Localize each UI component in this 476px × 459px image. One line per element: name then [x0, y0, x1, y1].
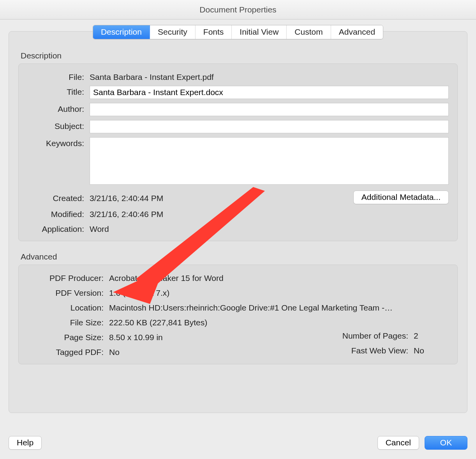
tab-custom[interactable]: Custom [287, 25, 331, 39]
tab-bar: Description Security Fonts Initial View … [93, 25, 383, 39]
value-file-size: 222.50 KB (227,841 Bytes) [109, 316, 449, 327]
window-title: Document Properties [0, 0, 476, 19]
label-page-size: Page Size: [27, 331, 109, 342]
label-num-pages: Number of Pages: [312, 331, 414, 342]
label-subject: Subject: [27, 120, 90, 131]
label-keywords: Keywords: [27, 137, 90, 148]
group-advanced: PDF Producer: Acrobat PDFMaker 15 for Wo… [18, 265, 458, 364]
value-location: Macintosh HD:Users:rheinrich:Google Driv… [109, 302, 449, 312]
panel: Description File: Santa Barbara - Instan… [9, 31, 467, 413]
value-fast-web: No [414, 346, 449, 357]
input-keywords[interactable] [90, 137, 449, 185]
cancel-button[interactable]: Cancel [377, 436, 419, 450]
label-pdf-version: PDF Version: [27, 287, 109, 298]
value-created: 3/21/16, 2:40:44 PM [90, 192, 353, 203]
value-tagged-pdf: No [109, 346, 312, 357]
value-file: Santa Barbara - Instant Expert.pdf [90, 71, 449, 82]
label-tagged-pdf: Tagged PDF: [27, 346, 109, 357]
label-author: Author: [27, 103, 90, 114]
tab-security[interactable]: Security [150, 25, 196, 39]
group-description: File: Santa Barbara - Instant Expert.pdf… [18, 64, 458, 241]
additional-metadata-button[interactable]: Additional Metadata... [353, 191, 449, 204]
label-file-size: File Size: [27, 316, 109, 327]
input-author[interactable] [90, 103, 449, 116]
tab-initial-view[interactable]: Initial View [232, 25, 287, 39]
label-file: File: [27, 71, 90, 82]
group-label-description: Description [21, 51, 458, 60]
input-title[interactable] [90, 86, 449, 99]
label-title: Title: [27, 86, 90, 97]
tab-description[interactable]: Description [93, 25, 150, 39]
label-application: Application: [27, 223, 90, 234]
value-num-pages: 2 [414, 331, 449, 342]
label-fast-web: Fast Web View: [312, 346, 414, 357]
value-application: Word [90, 223, 449, 234]
label-pdf-producer: PDF Producer: [27, 272, 109, 283]
tab-advanced[interactable]: Advanced [331, 25, 383, 39]
help-button[interactable]: Help [9, 436, 42, 450]
value-pdf-producer: Acrobat PDFMaker 15 for Word [109, 272, 449, 283]
label-modified: Modified: [27, 208, 90, 219]
value-page-size: 8.50 x 10.99 in [109, 331, 312, 342]
label-location: Location: [27, 302, 109, 312]
value-pdf-version: 1.6 (Acrobat 7.x) [109, 287, 449, 298]
group-label-advanced: Advanced [21, 252, 458, 261]
ok-button[interactable]: OK [425, 436, 467, 450]
value-modified: 3/21/16, 2:40:46 PM [90, 208, 449, 219]
input-subject[interactable] [90, 120, 449, 133]
label-created: Created: [27, 192, 90, 203]
tab-fonts[interactable]: Fonts [196, 25, 232, 39]
